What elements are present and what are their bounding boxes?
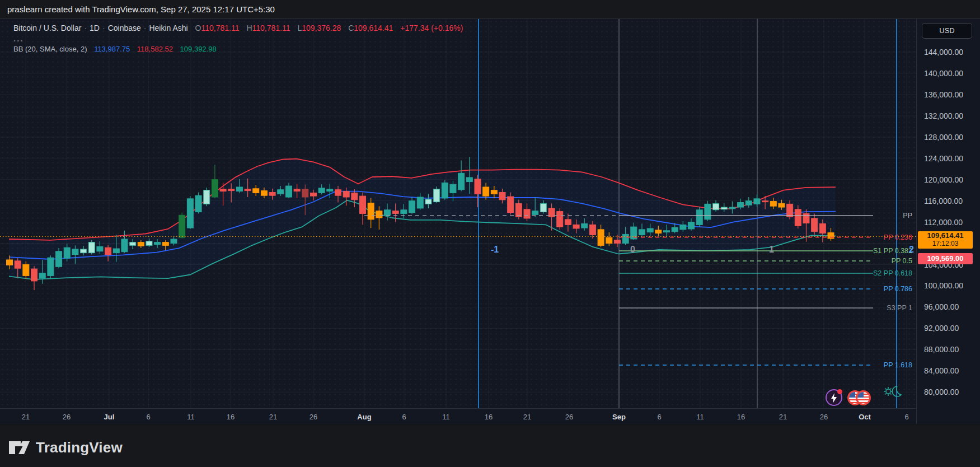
tradingview-logo[interactable]: TradingView xyxy=(8,439,123,456)
time-axis-label: 26 xyxy=(820,409,828,425)
chart-plot-area[interactable]: PPPP 0.236S1 PP 0.382PP 0.5S2 PP 0.618PP… xyxy=(0,19,916,408)
attribution-bar: praslearn created with TradingView.com, … xyxy=(0,0,980,18)
open-label: O xyxy=(195,24,201,32)
tradingview-chart-window: praslearn created with TradingView.com, … xyxy=(0,0,980,467)
bb-basis-value: 113,987.75 xyxy=(94,45,130,53)
time-axis-label: Aug xyxy=(357,409,371,425)
notification-dot xyxy=(837,389,842,394)
time-axis-label: 6 xyxy=(402,409,406,425)
price-axis-label: 112,000.00 xyxy=(924,218,963,227)
us-market-flags-icon[interactable] xyxy=(847,390,872,406)
interval-label[interactable]: 1D xyxy=(90,24,100,32)
high-value: 110,781.11 xyxy=(252,24,290,32)
close-label: C xyxy=(348,24,354,32)
time-axis-label: 11 xyxy=(696,409,704,425)
time-axis-label: Sep xyxy=(612,409,626,425)
pivot-period-label: 1 xyxy=(769,245,774,254)
time-axis-label: Oct xyxy=(859,409,871,425)
change-value: +177.34 (+0.16%) xyxy=(400,24,463,32)
bb-indicator-row[interactable]: BB (20, SMA, close, 2) 113,987.75 118,58… xyxy=(13,45,463,53)
time-axis-label: 26 xyxy=(63,409,71,425)
price-axis-label: 136,000.00 xyxy=(924,90,963,99)
price-axis-label: 96,000.00 xyxy=(924,302,959,311)
time-axis-label: 16 xyxy=(737,409,745,425)
bb-upper-value: 118,582.52 xyxy=(137,45,173,53)
time-axis-label: 26 xyxy=(310,409,317,425)
price-axis-label: 84,000.00 xyxy=(924,366,959,375)
time-axis-label: 26 xyxy=(565,409,573,425)
time-axis-label: 11 xyxy=(442,409,450,425)
collapsed-indicator-row[interactable]: ... xyxy=(13,34,463,43)
attribution-text: praslearn created with TradingView.com, … xyxy=(7,4,275,14)
price-axis-label: 120,000.00 xyxy=(924,175,963,184)
price-axis-label: 144,000.00 xyxy=(924,48,963,57)
close-value: 109,614.41 xyxy=(354,24,393,32)
price-axis-label: 140,000.00 xyxy=(924,69,963,78)
time-axis-label: 21 xyxy=(779,409,787,425)
footer-bar: TradingView xyxy=(0,424,980,467)
time-axis-label: 11 xyxy=(187,409,195,425)
exchange-label: Coinbase xyxy=(108,24,141,32)
pivot-period-label: 0 xyxy=(630,245,635,254)
open-value: 110,781.11 xyxy=(201,24,240,32)
time-axis-label: 21 xyxy=(269,409,277,425)
price-axis-label: 124,000.00 xyxy=(924,154,963,163)
low-value: 109,376.28 xyxy=(302,24,341,32)
tradingview-logo-text: TradingView xyxy=(36,439,123,456)
pivot-price-label: 109,569.00 xyxy=(918,253,973,264)
time-axis[interactable]: 2126Jul611162126Aug611162126Sep611162126… xyxy=(0,408,916,424)
flag-circle-right xyxy=(856,390,871,405)
time-axis-label: 6 xyxy=(146,409,150,425)
price-axis-label: 116,000.00 xyxy=(924,197,963,206)
ideas-flash-icon[interactable] xyxy=(826,389,842,406)
price-axis-label: 80,000.00 xyxy=(924,387,959,396)
pivot-line-label: S3 PP 1 xyxy=(887,304,912,312)
last-price-label: 109,614.41 17:12:03 xyxy=(918,231,973,249)
time-axis-label: 21 xyxy=(22,409,30,425)
pivot-line-label: PP 0.786 xyxy=(884,285,912,293)
chart-type-label: Heikin Ashi xyxy=(149,24,187,32)
pivot-line-label: PP xyxy=(903,212,912,220)
pivot-line-label: S2 PP 0.618 xyxy=(873,269,912,277)
price-axis[interactable]: USD 144,000.00140,000.00136,000.00132,00… xyxy=(916,19,980,424)
pivot-line-label: S1 PP 0.382 xyxy=(873,247,912,255)
time-axis-label: 6 xyxy=(657,409,661,425)
chart-legend[interactable]: Bitcoin / U.S. Dollar·1D·Coinbase·Heikin… xyxy=(13,24,463,53)
pivot-line-label: PP 0.5 xyxy=(892,257,912,265)
time-axis-label: 6 xyxy=(904,409,908,425)
pivot-line-label: PP 0.236 xyxy=(884,233,912,241)
last-price-value: 109,614.41 xyxy=(918,231,973,240)
price-axis-label: 128,000.00 xyxy=(924,133,963,142)
symbol-row[interactable]: Bitcoin / U.S. Dollar·1D·Coinbase·Heikin… xyxy=(13,24,463,32)
symbol-title[interactable]: Bitcoin / U.S. Dollar xyxy=(13,24,81,32)
time-axis-label: 16 xyxy=(485,409,493,425)
tradingview-logo-icon xyxy=(8,441,31,455)
pivot-line-label: PP 1.618 xyxy=(884,361,912,369)
bar-countdown: 17:12:03 xyxy=(918,240,973,247)
price-axis-label: 100,000.00 xyxy=(924,281,963,290)
bb-title[interactable]: BB (20, SMA, close, 2) xyxy=(13,45,87,53)
high-label: H xyxy=(246,24,252,32)
day-night-theme-icon[interactable] xyxy=(883,384,902,398)
pivot-period-label: -1 xyxy=(491,245,499,254)
price-axis-label: 132,000.00 xyxy=(924,111,963,120)
price-axis-label: 92,000.00 xyxy=(924,324,959,333)
time-axis-label: Jul xyxy=(104,409,115,425)
time-axis-label: 16 xyxy=(227,409,235,425)
time-axis-label: 21 xyxy=(523,409,531,425)
chart-pane[interactable]: PPPP 0.236S1 PP 0.382PP 0.5S2 PP 0.618PP… xyxy=(0,18,980,424)
price-axis-label: 88,000.00 xyxy=(924,345,959,354)
pivot-period-label: 2 xyxy=(909,245,914,254)
currency-toggle-button[interactable]: USD xyxy=(922,23,972,39)
bb-lower-value: 109,392.98 xyxy=(180,45,217,53)
